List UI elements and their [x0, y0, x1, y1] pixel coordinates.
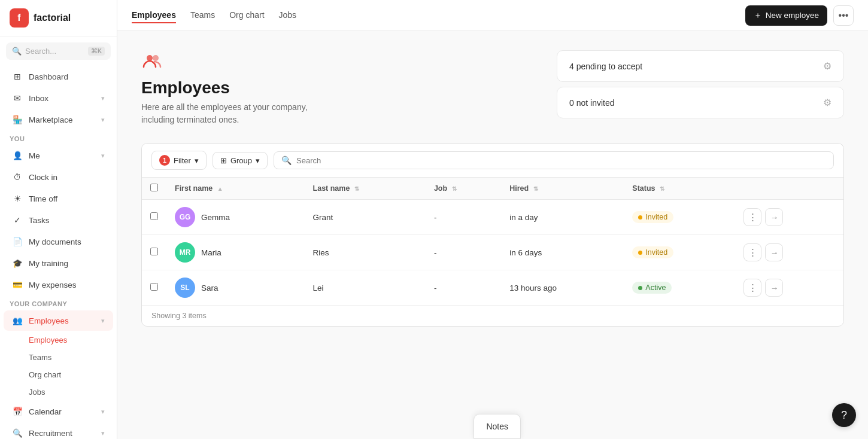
col-hired[interactable]: Hired ⇅ — [501, 178, 624, 200]
more-options-button[interactable]: ••• — [833, 5, 854, 26]
employees-table-container: 1 Filter ▾ ⊞ Group ▾ 🔍 — [141, 143, 844, 327]
col-job[interactable]: Job ⇅ — [426, 178, 501, 200]
sidebar-item-label: Dashboard — [29, 72, 68, 81]
logo[interactable]: f factorial — [0, 0, 117, 36]
svg-point-0 — [147, 55, 153, 61]
sidebar-sub-item-jobs[interactable]: Jobs — [4, 384, 113, 400]
filter-badge: 1 — [159, 155, 170, 166]
row-checkbox[interactable] — [150, 248, 158, 255]
sidebar-item-employees[interactable]: 👥 Employees ▾ — [4, 310, 113, 331]
cell-status: Invited — [624, 200, 735, 235]
notes-popup[interactable]: Notes — [474, 414, 521, 439]
table-row: MR Maria Ries - in 6 days Invited ⋮ → — [142, 235, 843, 270]
cell-first-name: GG Gemma — [166, 200, 305, 235]
sidebar-item-label: Employees — [29, 316, 69, 325]
select-all-checkbox[interactable] — [150, 184, 158, 191]
tasks-icon: ✓ — [12, 215, 23, 225]
row-checkbox[interactable] — [150, 283, 158, 291]
row-navigate-button[interactable]: → — [765, 243, 783, 261]
table-search-input[interactable] — [296, 156, 826, 165]
recruitment-icon: 🔍 — [12, 428, 23, 438]
sidebar-item-my-training[interactable]: 🎓 My training — [4, 253, 113, 273]
help-icon: ? — [841, 409, 847, 422]
inbox-icon: ✉ — [12, 93, 23, 103]
cell-last-name: Ries — [305, 235, 426, 270]
sidebar-item-label: Me — [29, 151, 40, 160]
sidebar-item-my-expenses[interactable]: 💳 My expenses — [4, 275, 113, 295]
table-footer-text: Showing 3 items — [151, 312, 207, 320]
avatar: MR — [175, 242, 195, 263]
sub-item-label: Employees — [29, 336, 67, 345]
tab-employees[interactable]: Employees — [132, 8, 176, 23]
row-checkbox-cell — [142, 270, 166, 306]
tab-teams[interactable]: Teams — [190, 8, 215, 23]
cell-hired: in a day — [501, 200, 624, 235]
row-more-button[interactable]: ⋮ — [743, 208, 761, 226]
page-title: Employees — [141, 78, 542, 97]
sub-item-label: Teams — [29, 353, 51, 362]
sidebar-sub-item-employees[interactable]: Employees — [4, 332, 113, 348]
col-last-name[interactable]: Last name ⇅ — [305, 178, 426, 200]
search-shortcut: ⌘K — [88, 47, 105, 56]
col-first-name[interactable]: First name ▲ — [166, 178, 305, 200]
sidebar-item-recruitment[interactable]: 🔍 Recruitment ▾ — [4, 423, 113, 439]
sidebar-item-tasks[interactable]: ✓ Tasks — [4, 210, 113, 230]
filter-button[interactable]: 1 Filter ▾ — [151, 151, 207, 170]
sidebar-item-me[interactable]: 👤 Me ▾ — [4, 145, 113, 166]
cell-hired: 13 hours ago — [501, 270, 624, 306]
filter-chevron-icon: ▾ — [195, 156, 199, 165]
row-actions: ⋮ → — [743, 243, 835, 261]
row-navigate-button[interactable]: → — [765, 279, 783, 297]
tab-org-chart[interactable]: Org chart — [229, 8, 264, 23]
new-employee-label: New employee — [766, 11, 819, 20]
row-checkbox-cell — [142, 235, 166, 270]
help-button[interactable]: ? — [832, 403, 856, 427]
sidebar-item-label: My training — [29, 259, 68, 268]
sidebar-item-clock-in[interactable]: ⏱ Clock in — [4, 167, 113, 187]
row-navigate-button[interactable]: → — [765, 208, 783, 226]
tab-jobs[interactable]: Jobs — [279, 8, 297, 23]
stat-card-not-invited: 0 not invited ⚙ — [557, 87, 844, 118]
sidebar-item-time-off[interactable]: ☀ Time off — [4, 188, 113, 209]
employees-icon: 👥 — [12, 315, 23, 326]
first-name-value: Maria — [201, 248, 221, 257]
sort-icon: ⇅ — [354, 185, 359, 192]
chevron-down-icon: ▾ — [101, 152, 105, 160]
stat-settings-icon-2[interactable]: ⚙ — [823, 97, 831, 108]
calendar-icon: 📅 — [12, 406, 23, 417]
main-content: Employees Teams Org chart Jobs ＋ New emp… — [117, 0, 868, 439]
sidebar-sub-item-teams[interactable]: Teams — [4, 349, 113, 365]
cell-first-name: MR Maria — [166, 235, 305, 270]
sidebar-sub-item-org-chart[interactable]: Org chart — [4, 367, 113, 383]
sidebar-search[interactable]: 🔍 Search... ⌘K — [6, 42, 111, 60]
row-actions: ⋮ → — [743, 279, 835, 297]
sidebar-item-calendar[interactable]: 📅 Calendar ▾ — [4, 401, 113, 422]
page-subtitle: Here are all the employees at your compa… — [141, 101, 542, 126]
sidebar-item-marketplace[interactable]: 🏪 Marketplace ▾ — [4, 109, 113, 130]
sidebar-item-inbox[interactable]: ✉ Inbox ▾ — [4, 88, 113, 108]
status-badge: Invited — [632, 246, 673, 258]
topnav-actions: ＋ New employee ••• — [745, 5, 854, 26]
stat-settings-icon[interactable]: ⚙ — [823, 60, 831, 72]
group-icon: ⊞ — [220, 156, 227, 165]
stat-cards: 4 pending to accept ⚙ 0 not invited ⚙ — [557, 50, 844, 126]
sub-item-label: Org chart — [29, 370, 61, 379]
table-search-wrap[interactable]: 🔍 — [274, 151, 834, 169]
col-status[interactable]: Status ⇅ — [624, 178, 735, 200]
cell-status: Invited — [624, 235, 735, 270]
row-checkbox[interactable] — [150, 212, 158, 220]
row-more-button[interactable]: ⋮ — [743, 243, 761, 261]
sidebar: f factorial 🔍 Search... ⌘K ⊞ Dashboard ✉… — [0, 0, 117, 439]
new-employee-button[interactable]: ＋ New employee — [745, 5, 827, 26]
status-dot — [638, 251, 642, 255]
cell-job: - — [426, 270, 501, 306]
cell-row-actions: ⋮ → — [735, 200, 843, 235]
sidebar-item-my-documents[interactable]: 📄 My documents — [4, 231, 113, 252]
group-button[interactable]: ⊞ Group ▾ — [213, 152, 268, 169]
sidebar-item-dashboard[interactable]: ⊞ Dashboard — [4, 66, 113, 87]
cell-last-name: Grant — [305, 200, 426, 235]
table-header-row: First name ▲ Last name ⇅ Job ⇅ Hired — [142, 178, 843, 200]
row-more-button[interactable]: ⋮ — [743, 279, 761, 297]
search-placeholder: Search... — [25, 47, 56, 56]
svg-point-1 — [153, 55, 159, 61]
